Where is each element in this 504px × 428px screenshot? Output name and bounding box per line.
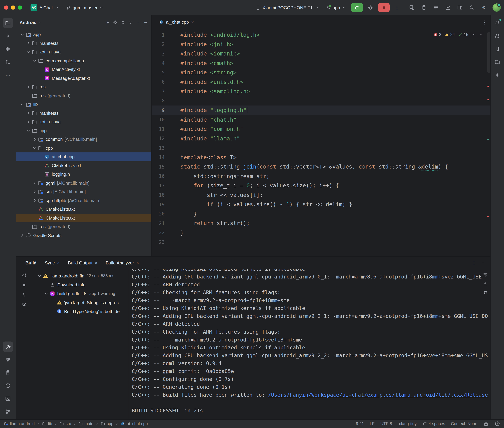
tool-window-button-notifications[interactable] [492,18,503,28]
line-number[interactable]: 15 [152,164,165,170]
soft-wrap-icon[interactable] [483,272,487,277]
line-number[interactable]: 6 [152,79,165,85]
line-number[interactable]: 13 [152,145,165,151]
expand-all-icon[interactable] [121,20,125,25]
chevron-down-icon[interactable] [26,49,31,55]
tool-window-button-version-control[interactable] [3,406,13,417]
breadcrumb-llama-android[interactable]: llama.android [4,421,35,426]
search-button[interactable] [467,3,476,12]
code-line-13[interactable]: 13 [152,143,490,153]
tool-window-button-logcat[interactable] [3,367,13,378]
caret-position[interactable]: 9:21 [356,421,364,426]
chevron-down-icon[interactable] [43,291,49,296]
tree-item-cpp[interactable]: cpp [16,126,151,135]
chevron-right-icon[interactable] [26,41,31,46]
tool-window-button-assistant[interactable] [492,70,503,80]
line-number[interactable]: 18 [152,192,165,198]
code-line-2[interactable]: 2#include <jni.h> [152,40,490,49]
breadcrumb-cpp[interactable]: cpp [101,421,113,426]
minimize-window-button[interactable] [11,6,15,10]
error-stripe-mark[interactable] [487,86,489,87]
branch-widget[interactable]: ggml-master [64,4,106,11]
code-line-10[interactable]: 10#include "chat.h" [152,115,490,124]
info-stripe-mark[interactable] [487,139,489,140]
tree-item-download-info[interactable]: Download info [32,280,129,289]
tree-item-cmakelists-txt[interactable]: CMakeLists.txt [16,161,151,170]
lock-icon[interactable] [483,421,488,427]
tree-item-gradle-scripts[interactable]: Gradle Scripts [16,231,151,240]
tool-window-button-build[interactable] [3,341,13,352]
code-line-8[interactable]: 8 [152,96,490,106]
tree-item-mainactivity-kt[interactable]: KMainActivity.kt [16,65,151,74]
code-line-11[interactable]: 11#include "common.h" [152,124,490,134]
editor-tab-ai-chat-cpp[interactable]: C+ ai_chat.cpp × [156,16,197,29]
tree-item-kotlin-java[interactable]: kotlin+java [16,117,151,126]
view-options-icon[interactable] [21,302,26,307]
device-selector[interactable]: Xiaomi POCOPHONE F1 [254,4,321,11]
device-mirroring-button[interactable] [455,3,464,12]
scroll-to-end-icon[interactable] [483,281,487,286]
tree-item-cmakelists-txt[interactable]: CMakeLists.txt [16,205,151,214]
line-number[interactable]: 2 [152,42,165,47]
code-line-5[interactable]: 5#include <string> [152,68,490,77]
line-number[interactable]: 4 [152,60,165,66]
profiler-button[interactable] [443,3,452,12]
error-count[interactable]: 3 [434,32,441,37]
next-problem-icon[interactable] [479,33,483,36]
tree-item-cpp-httplib[interactable]: cpp-httplib[AiChat.lib.main] [16,196,151,205]
debug-button[interactable] [366,3,375,12]
collapse-all-icon[interactable] [128,20,133,25]
logcat-button[interactable] [419,3,428,12]
error-stripe-mark[interactable] [487,99,489,100]
breadcrumb-lib[interactable]: lib [42,421,52,426]
code-line-9[interactable]: 9#include "logging.h" [152,106,490,115]
line-number[interactable]: 8 [152,98,165,104]
error-stripe-mark[interactable] [487,216,489,217]
line-number[interactable]: 20 [152,211,165,217]
tree-item-buildtype-debug-is-both-de[interactable]: BuildType 'debug' is both de [32,307,129,316]
tree-item-ggml[interactable]: ggml[AiChat.lib.main] [16,179,151,187]
rerun-button[interactable] [351,3,363,12]
line-number[interactable]: 12 [152,136,165,141]
code-line-16[interactable]: 16 std::ostringstream str; [152,172,490,181]
locate-file-icon[interactable] [113,20,118,25]
line-number[interactable]: 10 [152,117,165,123]
tree-item-kotlin-java[interactable]: kotlin+java [16,48,151,56]
tree-item-cmakelists-txt[interactable]: CMakeLists.txt [16,214,151,222]
more-options-icon[interactable]: ⋮ [136,20,140,25]
tool-window-button-project[interactable] [3,18,13,28]
build-console[interactable]: C/C++: -- Using KleidiAI optimized kerne… [129,269,490,419]
add-icon[interactable]: + [106,20,110,25]
chevron-right-icon[interactable] [32,180,37,186]
line-number[interactable]: 3 [152,51,165,57]
stop-process-icon[interactable] [21,283,26,288]
breadcrumb-ai-chat-cpp[interactable]: C+ai_chat.cpp [121,421,148,426]
tree-item-src[interactable]: src[AiChat.lib.main] [16,187,151,196]
tool-window-button-gradle[interactable] [492,31,503,41]
chevron-right-icon[interactable] [26,119,31,125]
line-number[interactable]: 23 [152,239,165,245]
close-tab-icon[interactable]: × [57,260,60,265]
tree-item-common[interactable]: common[AiChat.lib.main] [16,135,151,144]
inspections-widget[interactable]: 3 24 15 [432,32,484,38]
code-line-21[interactable]: 21 return str.str(); [152,219,490,228]
tree-item-logging-h[interactable]: Hlogging.h [16,170,151,179]
chevron-down-icon[interactable] [37,273,42,279]
chevron-right-icon[interactable] [32,198,37,203]
build-output-path-link[interactable]: /Users/hanyin/Workspace/ai-chat/examples… [268,392,488,398]
close-tab-icon[interactable]: × [136,260,139,265]
tree-item-res[interactable]: res [16,82,151,91]
close-tab-icon[interactable]: × [95,260,97,265]
line-number[interactable]: 9 [152,107,165,113]
code-line-4[interactable]: 4#include <cmath> [152,58,490,68]
build-tab-build[interactable]: Build [25,260,36,265]
code-line-20[interactable]: 20 } [152,209,490,219]
chevron-right-icon[interactable] [26,84,31,90]
tree-item-com-example-llama[interactable]: com.example.llama [16,56,151,65]
previous-problem-icon[interactable] [472,33,476,36]
tool-window-button-problems[interactable] [3,380,13,391]
tree-item-ai-chat-cpp[interactable]: C+ai_chat.cpp [16,152,151,161]
tool-window-button-structure[interactable] [3,44,13,54]
breadcrumb-src[interactable]: src [60,421,71,426]
chevron-down-icon[interactable] [26,128,31,133]
